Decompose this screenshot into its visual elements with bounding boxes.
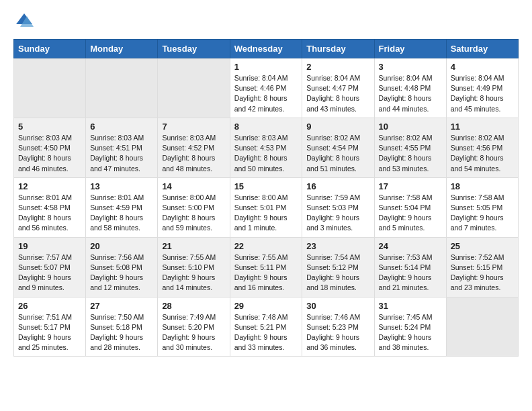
day-number: 14	[162, 181, 225, 191]
week-row-4: 19Sunrise: 7:57 AM Sunset: 5:07 PM Dayli…	[14, 237, 519, 297]
weekday-header-tuesday: Tuesday	[158, 40, 230, 58]
day-number: 22	[234, 241, 298, 251]
calendar-cell: 10Sunrise: 8:02 AM Sunset: 4:55 PM Dayli…	[374, 118, 446, 177]
logo	[13, 11, 38, 32]
page: SundayMondayTuesdayWednesdayThursdayFrid…	[0, 0, 532, 370]
calendar-cell: 22Sunrise: 7:55 AM Sunset: 5:11 PM Dayli…	[230, 237, 302, 297]
calendar-cell: 4Sunrise: 8:04 AM Sunset: 4:49 PM Daylig…	[446, 58, 518, 118]
calendar-cell: 5Sunrise: 8:03 AM Sunset: 4:50 PM Daylig…	[14, 118, 86, 177]
day-info: Sunrise: 8:03 AM Sunset: 4:51 PM Dayligh…	[90, 133, 153, 174]
week-row-5: 26Sunrise: 7:51 AM Sunset: 5:17 PM Dayli…	[14, 297, 519, 357]
day-number: 16	[306, 181, 369, 191]
calendar-cell: 26Sunrise: 7:51 AM Sunset: 5:17 PM Dayli…	[14, 297, 86, 357]
day-number: 30	[306, 301, 369, 311]
week-row-2: 5Sunrise: 8:03 AM Sunset: 4:50 PM Daylig…	[14, 118, 519, 177]
calendar-cell: 23Sunrise: 7:54 AM Sunset: 5:12 PM Dayli…	[302, 237, 374, 297]
calendar-cell: 3Sunrise: 8:04 AM Sunset: 4:48 PM Daylig…	[374, 58, 446, 118]
calendar-cell: 18Sunrise: 7:58 AM Sunset: 5:05 PM Dayli…	[446, 177, 518, 237]
day-number: 21	[162, 241, 225, 251]
calendar-cell: 24Sunrise: 7:53 AM Sunset: 5:14 PM Dayli…	[374, 237, 446, 297]
day-info: Sunrise: 7:49 AM Sunset: 5:20 PM Dayligh…	[162, 312, 225, 353]
day-info: Sunrise: 7:55 AM Sunset: 5:10 PM Dayligh…	[162, 253, 225, 293]
calendar-cell: 31Sunrise: 7:45 AM Sunset: 5:24 PM Dayli…	[374, 297, 446, 357]
day-info: Sunrise: 7:50 AM Sunset: 5:18 PM Dayligh…	[90, 312, 153, 353]
day-number: 20	[90, 241, 153, 251]
day-info: Sunrise: 8:04 AM Sunset: 4:47 PM Dayligh…	[306, 73, 369, 114]
day-number: 19	[18, 241, 81, 251]
day-info: Sunrise: 7:53 AM Sunset: 5:14 PM Dayligh…	[379, 253, 442, 293]
day-info: Sunrise: 8:03 AM Sunset: 4:50 PM Dayligh…	[18, 133, 81, 174]
day-number: 13	[90, 181, 153, 191]
day-info: Sunrise: 7:58 AM Sunset: 5:05 PM Dayligh…	[451, 193, 514, 234]
day-info: Sunrise: 8:04 AM Sunset: 4:46 PM Dayligh…	[234, 73, 298, 114]
calendar-cell: 16Sunrise: 7:59 AM Sunset: 5:03 PM Dayli…	[302, 177, 374, 237]
day-info: Sunrise: 7:48 AM Sunset: 5:21 PM Dayligh…	[234, 312, 298, 353]
day-number: 27	[90, 301, 153, 311]
day-info: Sunrise: 8:01 AM Sunset: 4:59 PM Dayligh…	[90, 193, 153, 234]
day-info: Sunrise: 8:02 AM Sunset: 4:56 PM Dayligh…	[451, 133, 514, 174]
weekday-header-monday: Monday	[86, 40, 158, 58]
day-info: Sunrise: 8:00 AM Sunset: 5:00 PM Dayligh…	[162, 193, 225, 234]
day-info: Sunrise: 7:57 AM Sunset: 5:07 PM Dayligh…	[18, 253, 81, 293]
calendar-cell: 8Sunrise: 8:03 AM Sunset: 4:53 PM Daylig…	[230, 118, 302, 177]
day-info: Sunrise: 7:46 AM Sunset: 5:23 PM Dayligh…	[306, 312, 369, 353]
day-number: 31	[379, 301, 442, 311]
day-number: 5	[18, 122, 81, 132]
day-number: 7	[162, 122, 225, 132]
calendar-cell	[446, 297, 518, 357]
day-info: Sunrise: 8:04 AM Sunset: 4:49 PM Dayligh…	[451, 73, 514, 114]
weekday-header-friday: Friday	[374, 40, 446, 58]
day-number: 8	[234, 122, 298, 132]
calendar-cell: 21Sunrise: 7:55 AM Sunset: 5:10 PM Dayli…	[158, 237, 230, 297]
day-info: Sunrise: 7:55 AM Sunset: 5:11 PM Dayligh…	[234, 253, 298, 293]
day-info: Sunrise: 8:03 AM Sunset: 4:53 PM Dayligh…	[234, 133, 298, 174]
calendar-cell: 28Sunrise: 7:49 AM Sunset: 5:20 PM Dayli…	[158, 297, 230, 357]
weekday-header-saturday: Saturday	[446, 40, 518, 58]
day-info: Sunrise: 7:59 AM Sunset: 5:03 PM Dayligh…	[306, 193, 369, 234]
day-number: 17	[379, 181, 442, 191]
calendar-cell	[86, 58, 158, 118]
calendar-cell: 15Sunrise: 8:00 AM Sunset: 5:01 PM Dayli…	[230, 177, 302, 237]
calendar-cell: 27Sunrise: 7:50 AM Sunset: 5:18 PM Dayli…	[86, 297, 158, 357]
week-row-3: 12Sunrise: 8:01 AM Sunset: 4:58 PM Dayli…	[14, 177, 519, 237]
day-info: Sunrise: 8:01 AM Sunset: 4:58 PM Dayligh…	[18, 193, 81, 234]
logo-icon	[13, 11, 35, 32]
calendar-cell: 29Sunrise: 7:48 AM Sunset: 5:21 PM Dayli…	[230, 297, 302, 357]
day-info: Sunrise: 7:56 AM Sunset: 5:08 PM Dayligh…	[90, 253, 153, 293]
day-number: 12	[18, 181, 81, 191]
calendar-cell: 2Sunrise: 8:04 AM Sunset: 4:47 PM Daylig…	[302, 58, 374, 118]
day-info: Sunrise: 8:00 AM Sunset: 5:01 PM Dayligh…	[234, 193, 298, 234]
day-number: 15	[234, 181, 298, 191]
header	[13, 11, 519, 32]
calendar-cell: 6Sunrise: 8:03 AM Sunset: 4:51 PM Daylig…	[86, 118, 158, 177]
calendar-cell	[14, 58, 86, 118]
day-info: Sunrise: 7:54 AM Sunset: 5:12 PM Dayligh…	[306, 253, 369, 293]
day-info: Sunrise: 7:51 AM Sunset: 5:17 PM Dayligh…	[18, 312, 81, 353]
day-number: 11	[451, 122, 514, 132]
weekday-header-sunday: Sunday	[14, 40, 86, 58]
calendar-cell: 17Sunrise: 7:58 AM Sunset: 5:04 PM Dayli…	[374, 177, 446, 237]
day-number: 6	[90, 122, 153, 132]
day-number: 29	[234, 301, 298, 311]
week-row-1: 1Sunrise: 8:04 AM Sunset: 4:46 PM Daylig…	[14, 58, 519, 118]
calendar-cell: 25Sunrise: 7:52 AM Sunset: 5:15 PM Dayli…	[446, 237, 518, 297]
weekday-header-wednesday: Wednesday	[230, 40, 302, 58]
calendar-cell: 30Sunrise: 7:46 AM Sunset: 5:23 PM Dayli…	[302, 297, 374, 357]
day-info: Sunrise: 7:52 AM Sunset: 5:15 PM Dayligh…	[451, 253, 514, 293]
calendar-cell: 9Sunrise: 8:02 AM Sunset: 4:54 PM Daylig…	[302, 118, 374, 177]
day-number: 23	[306, 241, 369, 251]
day-number: 25	[451, 241, 514, 251]
calendar-cell: 12Sunrise: 8:01 AM Sunset: 4:58 PM Dayli…	[14, 177, 86, 237]
day-number: 4	[451, 62, 514, 72]
calendar-cell: 7Sunrise: 8:03 AM Sunset: 4:52 PM Daylig…	[158, 118, 230, 177]
day-info: Sunrise: 8:02 AM Sunset: 4:55 PM Dayligh…	[379, 133, 442, 174]
weekday-header-row: SundayMondayTuesdayWednesdayThursdayFrid…	[14, 40, 519, 58]
day-number: 28	[162, 301, 225, 311]
day-number: 3	[379, 62, 442, 72]
day-number: 26	[18, 301, 81, 311]
day-number: 1	[234, 62, 298, 72]
calendar-cell	[158, 58, 230, 118]
calendar-cell: 20Sunrise: 7:56 AM Sunset: 5:08 PM Dayli…	[86, 237, 158, 297]
day-info: Sunrise: 8:02 AM Sunset: 4:54 PM Dayligh…	[306, 133, 369, 174]
day-number: 18	[451, 181, 514, 191]
